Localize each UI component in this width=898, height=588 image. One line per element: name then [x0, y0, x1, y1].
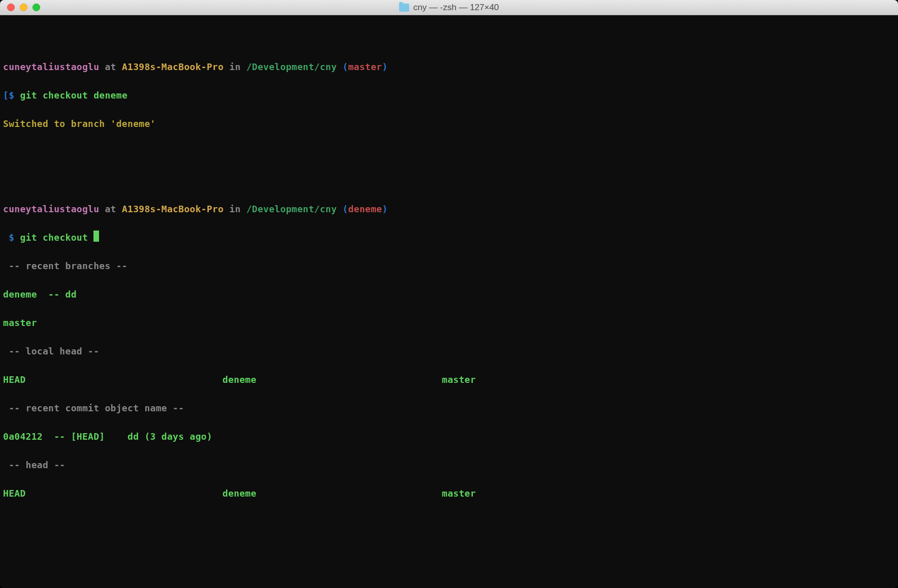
command-line-2: $ git checkout: [3, 231, 895, 245]
prompt-host: A1398s-MacBook-Pro: [122, 61, 223, 72]
titlebar: cny — -zsh — 127×40: [0, 0, 898, 15]
minimize-button[interactable]: [20, 4, 27, 11]
traffic-lights: [0, 4, 40, 11]
prompt-in: in: [223, 61, 246, 72]
terminal-window: cny — -zsh — 127×40 cuneytaliustaoglu at…: [0, 0, 898, 588]
prompt-paren-close: ): [382, 61, 388, 72]
completion-item: master: [3, 316, 895, 330]
prompt-in: in: [223, 204, 246, 214]
terminal-content[interactable]: cuneytaliustaoglu at A1398s-MacBook-Pro …: [0, 15, 898, 588]
blank-line: [3, 145, 895, 159]
completion-item: 0a04212 -- [HEAD] dd (3 days ago): [3, 430, 895, 444]
window-title: cny — -zsh — 127×40: [413, 3, 499, 13]
prompt-at: at: [99, 61, 122, 72]
blank-line: [3, 174, 895, 188]
prompt-symbol: $: [3, 232, 20, 243]
completion-item: HEAD: [3, 486, 222, 501]
prompt-user: cuneytaliustaoglu: [3, 61, 99, 72]
maximize-button[interactable]: [33, 4, 40, 11]
command-line-1: [$ git checkout deneme: [3, 88, 895, 103]
prompt-symbol: [$: [3, 90, 20, 101]
prompt-branch: deneme: [348, 204, 382, 214]
output-line-1: Switched to branch 'deneme': [3, 117, 895, 131]
prompt-line-1: cuneytaliustaoglu at A1398s-MacBook-Pro …: [3, 60, 895, 74]
folder-icon: [399, 4, 409, 12]
section-head: -- head --: [3, 458, 895, 472]
prompt-path: /Development/cny: [246, 61, 337, 72]
prompt-paren-open: (: [337, 61, 348, 72]
prompt-paren-close: ): [382, 204, 388, 214]
prompt-branch: master: [348, 61, 382, 72]
command-text: git checkout deneme: [20, 90, 127, 101]
completion-row: HEADdenememaster: [3, 373, 895, 387]
completion-row: HEADdenememaster: [3, 486, 895, 501]
prompt-line-2: cuneytaliustaoglu at A1398s-MacBook-Pro …: [3, 202, 895, 216]
command-text: git checkout: [20, 232, 93, 243]
completion-item: deneme: [222, 486, 442, 501]
completion-item: master: [442, 486, 661, 501]
prompt-at: at: [99, 204, 122, 214]
completion-item: master: [442, 373, 661, 387]
prompt-paren-open: (: [337, 204, 348, 214]
prompt-host: A1398s-MacBook-Pro: [122, 204, 223, 214]
completion-item: deneme -- dd: [3, 287, 895, 302]
prompt-path: /Development/cny: [246, 204, 337, 214]
close-button[interactable]: [7, 4, 15, 11]
completion-item: HEAD: [3, 373, 222, 387]
window-title-area: cny — -zsh — 127×40: [399, 3, 499, 13]
cursor-icon: [93, 231, 99, 242]
prompt-user: cuneytaliustaoglu: [3, 204, 99, 214]
completion-item: deneme: [222, 373, 442, 387]
section-local-head: -- local head --: [3, 344, 895, 358]
blank-line: [3, 31, 895, 46]
section-recent-commit: -- recent commit object name --: [3, 401, 895, 415]
section-recent-branches: -- recent branches --: [3, 259, 895, 273]
